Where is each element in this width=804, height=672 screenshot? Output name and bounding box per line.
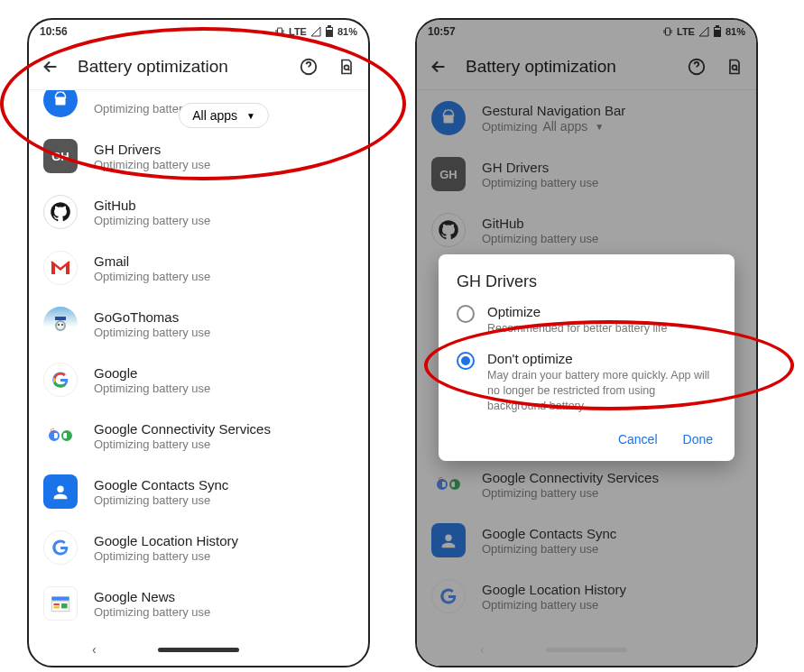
done-button[interactable]: Done: [683, 432, 713, 446]
option-dont-optimize[interactable]: Don't optimize May drain your battery mo…: [457, 351, 716, 414]
nav-back-icon[interactable]: ‹: [92, 642, 97, 657]
app-row[interactable]: Google Contacts Sync Optimizing battery …: [29, 464, 368, 520]
back-icon[interactable]: [40, 56, 61, 78]
option-desc: Recommended for better battery life: [487, 321, 667, 336]
svg-rect-0: [278, 28, 282, 35]
back-icon[interactable]: [428, 56, 449, 78]
option-optimize[interactable]: Optimize Recommended for better battery …: [457, 304, 716, 336]
filter-dropdown[interactable]: All apps ▼: [179, 103, 269, 128]
app-row[interactable]: GitHub Optimizing battery use: [417, 202, 756, 258]
app-row[interactable]: Gestural Navigation Bar OptimizingAll ap…: [417, 90, 756, 146]
app-icon: G: [431, 467, 466, 502]
app-name: Google Connectivity Services: [482, 470, 659, 485]
status-time: 10:56: [40, 25, 68, 38]
app-row[interactable]: Google Location History Optimizing batte…: [417, 568, 756, 624]
app-name: GitHub: [94, 198, 210, 213]
app-row[interactable]: G Google Connectivity Services Optimizin…: [29, 408, 368, 464]
vibrate-icon: [274, 26, 285, 37]
svg-rect-34: [444, 115, 454, 123]
app-row[interactable]: Google Contacts Sync Optimizing battery …: [417, 512, 756, 568]
status-right: LTE 81%: [274, 25, 357, 38]
svg-rect-2: [328, 25, 331, 27]
svg-point-11: [58, 324, 60, 326]
app-status: Optimizing battery use: [482, 598, 626, 612]
option-label: Optimize: [487, 304, 667, 319]
svg-rect-16: [54, 433, 67, 438]
app-icon: GH: [43, 139, 78, 173]
app-row[interactable]: Gmail Optimizing battery use: [29, 240, 368, 296]
help-icon[interactable]: [298, 56, 319, 78]
app-name: GH Drivers: [94, 142, 210, 157]
app-status: Optimizing battery use: [94, 158, 210, 171]
app-row[interactable]: GH GH Drivers Optimizing battery use: [417, 146, 756, 202]
status-bar: 10:57 LTE 81%: [417, 20, 756, 43]
app-icon: [431, 523, 466, 557]
option-label: Don't optimize: [487, 351, 716, 366]
app-icon: [431, 213, 466, 247]
app-icon: [431, 101, 466, 135]
svg-rect-24: [53, 606, 59, 608]
nav-pill[interactable]: [546, 648, 627, 652]
app-name: Gmail: [94, 253, 210, 269]
nav-bar: ‹: [29, 633, 368, 666]
app-row[interactable]: G Google Connectivity Services Optimizin…: [417, 456, 756, 512]
svg-rect-26: [666, 28, 670, 35]
page-title: Battery optimization: [466, 57, 670, 77]
app-status: Optimizing battery use: [94, 549, 238, 563]
chevron-down-icon: ▼: [246, 111, 255, 121]
radio-checked-icon[interactable]: [457, 352, 475, 370]
app-row[interactable]: Google News Optimizing battery use: [417, 624, 756, 633]
status-bar: 10:56 LTE 81%: [29, 20, 368, 43]
app-name: Google Connectivity Services: [94, 421, 271, 437]
svg-point-7: [62, 95, 63, 96]
svg-point-10: [57, 322, 64, 329]
app-row[interactable]: GitHub Optimizing battery use: [29, 184, 368, 240]
app-icon: G: [43, 419, 78, 453]
svg-rect-8: [56, 97, 66, 105]
app-row[interactable]: Google Optimizing battery use: [29, 352, 368, 408]
nav-pill[interactable]: [158, 648, 239, 652]
app-name: Google: [94, 365, 210, 381]
app-name: Gestural Navigation Bar: [482, 103, 625, 118]
app-status: Optimizing battery use: [94, 437, 271, 451]
option-desc: May drain your battery more quickly. App…: [487, 368, 716, 414]
app-status: OptimizingAll apps▼: [482, 119, 625, 133]
app-status: Optimizing battery use: [482, 486, 659, 500]
status-right: LTE 81%: [662, 25, 745, 38]
radio-unchecked-icon[interactable]: [457, 305, 475, 323]
svg-rect-3: [327, 28, 332, 30]
app-status: Optimizing battery use: [482, 232, 598, 245]
signal-icon: [698, 26, 709, 37]
filter-dropdown-inline[interactable]: All apps▼: [542, 119, 604, 133]
help-icon[interactable]: [686, 56, 707, 78]
app-name: Google Contacts Sync: [482, 526, 616, 541]
app-icon: [431, 579, 466, 613]
svg-rect-29: [715, 28, 720, 30]
app-name: Google Location History: [482, 582, 626, 597]
app-icon: [43, 474, 78, 509]
phone-left: 10:56 LTE 81% Battery optimization All a…: [27, 18, 370, 667]
app-status: Optimizing battery use: [94, 493, 228, 507]
nav-bar: ‹: [417, 633, 756, 666]
app-status: Optimizing battery use: [94, 214, 210, 227]
app-name: Google News: [94, 589, 210, 604]
app-row[interactable]: GH GH Drivers Optimizing battery use: [29, 128, 368, 184]
search-doc-icon[interactable]: [724, 56, 745, 78]
app-name: GH Drivers: [482, 160, 598, 175]
app-icon: [43, 195, 78, 229]
nav-back-icon[interactable]: ‹: [480, 642, 485, 657]
app-row[interactable]: Google Location History Optimizing batte…: [29, 520, 368, 575]
app-status: Optimizing battery use: [94, 326, 210, 339]
svg-rect-37: [442, 482, 455, 487]
app-row[interactable]: Google News Optimizing battery use: [29, 575, 368, 631]
svg-rect-13: [55, 317, 66, 320]
search-doc-icon[interactable]: [336, 56, 357, 78]
svg-point-6: [58, 95, 59, 96]
svg-point-12: [61, 324, 63, 326]
optimization-dialog: GH Drivers Optimize Recommended for bett…: [439, 254, 735, 461]
app-status: Optimizing battery use: [94, 382, 210, 395]
app-name: GitHub: [482, 216, 598, 231]
cancel-button[interactable]: Cancel: [618, 432, 658, 446]
app-list[interactable]: All apps ▼ Gestural Navigation Bar Optim…: [29, 90, 368, 633]
app-row[interactable]: GoGoThomas Optimizing battery use: [29, 296, 368, 352]
